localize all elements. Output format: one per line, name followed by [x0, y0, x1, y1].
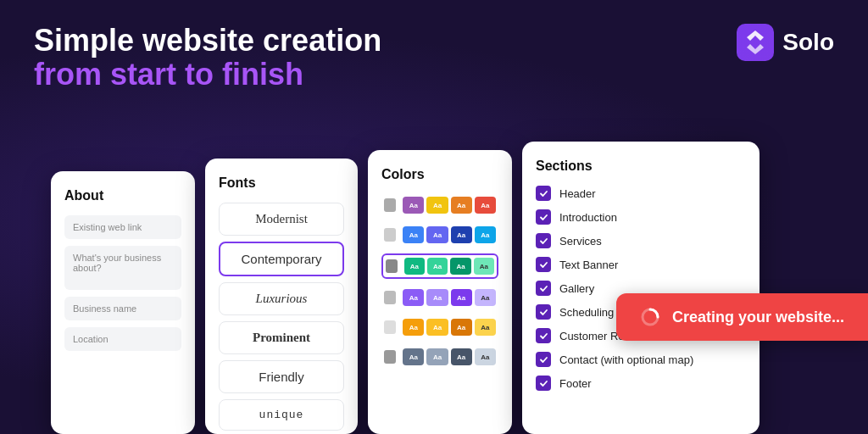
font-item-luxurious[interactable]: Luxurious [219, 282, 344, 315]
business-about-field[interactable]: What's your business about? [64, 246, 181, 290]
checkbox-contact[interactable] [536, 352, 551, 367]
checkbox-text-banner[interactable] [536, 257, 551, 272]
about-card-title: About [64, 188, 181, 203]
font-item-contemporary[interactable]: Contemporary [219, 242, 344, 276]
checkbox-scheduling[interactable] [536, 304, 551, 320]
color-row-6[interactable]: Aa Aa Aa Aa [381, 346, 498, 368]
header: Simple website creation from start to fi… [0, 0, 868, 108]
section-item-header[interactable]: Header [536, 186, 746, 201]
section-label-text-banner: Text Banner [559, 259, 618, 271]
section-item-contact[interactable]: Contact (with optional map) [536, 352, 746, 367]
cards-container: About Existing web link What's your busi… [51, 146, 868, 434]
color-row-3[interactable]: Aa Aa Aa Aa [381, 253, 498, 279]
checkbox-services[interactable] [536, 233, 551, 248]
checkbox-header[interactable] [536, 186, 551, 201]
loading-spinner-icon [640, 307, 660, 327]
section-label-footer: Footer [559, 377, 592, 390]
section-item-introduction[interactable]: Introduction [536, 209, 746, 225]
existing-web-link-field[interactable]: Existing web link [64, 215, 181, 239]
font-item-prominent[interactable]: Prominent [219, 321, 344, 354]
color-row-5[interactable]: Aa Aa Aa Aa [381, 316, 498, 338]
toast-text: Creating your website... [672, 309, 844, 326]
colors-card: Colors Aa Aa Aa Aa Aa Aa Aa Aa Aa Aa Aa … [368, 150, 512, 434]
logo: Solo [737, 24, 834, 61]
checkbox-footer[interactable] [536, 376, 551, 391]
font-item-friendly[interactable]: Friendly [219, 360, 344, 393]
about-card: About Existing web link What's your busi… [51, 171, 195, 434]
colors-card-title: Colors [381, 167, 498, 182]
checkbox-customer-reviews[interactable] [536, 328, 551, 343]
checkbox-gallery[interactable] [536, 281, 551, 296]
fonts-card-title: Fonts [219, 175, 344, 191]
color-row-1[interactable]: Aa Aa Aa Aa [381, 194, 498, 216]
section-label-introduction: Introduction [559, 211, 617, 224]
fonts-card: Fonts Modernist Contemporary Luxurious P… [205, 159, 358, 434]
headline: Simple website creation from start to fi… [34, 24, 381, 91]
color-row-2[interactable]: Aa Aa Aa Aa [381, 224, 498, 246]
section-item-services[interactable]: Services [536, 233, 746, 248]
font-item-unique[interactable]: unique [219, 399, 344, 431]
checkbox-introduction[interactable] [536, 209, 551, 225]
section-item-text-banner[interactable]: Text Banner [536, 257, 746, 272]
headline-line1: Simple website creation [34, 24, 381, 58]
section-item-footer[interactable]: Footer [536, 376, 746, 391]
business-name-field[interactable]: Business name [64, 297, 181, 320]
creating-website-toast: Creating your website... [616, 293, 868, 341]
location-field[interactable]: Location [64, 327, 181, 351]
section-label-contact: Contact (with optional map) [559, 353, 693, 366]
section-label-header: Header [559, 187, 596, 200]
section-label-gallery: Gallery [559, 282, 594, 295]
color-row-4[interactable]: Aa Aa Aa Aa [381, 287, 498, 309]
sections-card: Sections Header Introduction Services Te… [522, 142, 760, 434]
solo-logo-icon [737, 24, 774, 61]
section-label-services: Services [559, 235, 602, 248]
section-label-scheduling: Scheduling [559, 306, 614, 319]
font-item-modernist[interactable]: Modernist [219, 203, 344, 236]
headline-line2: from start to finish [34, 58, 381, 92]
sections-card-title: Sections [536, 159, 746, 174]
svg-rect-0 [737, 24, 774, 61]
logo-text: Solo [782, 29, 834, 56]
